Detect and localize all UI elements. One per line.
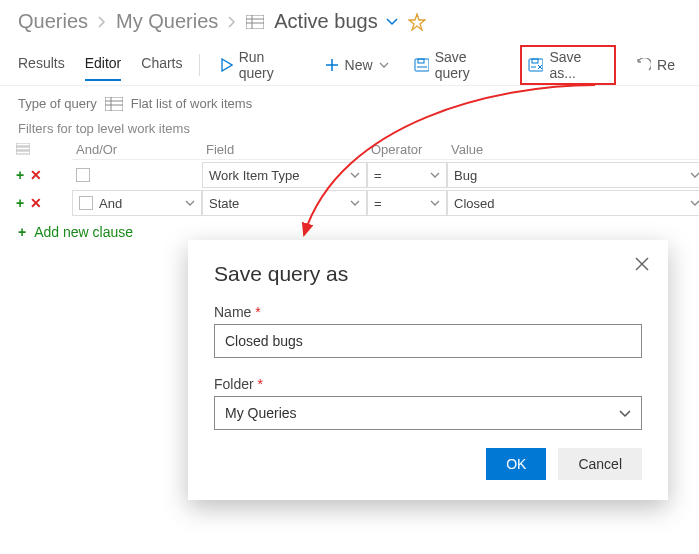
chevron-down-icon[interactable] — [386, 18, 398, 26]
save-query-as-dialog: Save query as Name * Closed bugs Folder … — [188, 240, 668, 500]
row-controls: + ✕ — [12, 167, 72, 183]
chevron-down-icon — [379, 62, 389, 69]
required-icon: * — [258, 376, 263, 392]
type-of-query-row: Type of query Flat list of work items — [0, 86, 699, 117]
field-dropdown[interactable]: State — [202, 190, 367, 216]
save-query-label: Save query — [435, 49, 502, 81]
folder-label: Folder * — [214, 376, 642, 392]
svg-rect-0 — [246, 15, 264, 29]
dialog-title: Save query as — [214, 262, 642, 286]
tab-results[interactable]: Results — [18, 49, 65, 81]
filters-col-operator: Operator — [367, 140, 447, 160]
andor-dropdown[interactable]: And — [72, 190, 202, 216]
svg-rect-10 — [532, 59, 538, 63]
tab-toolbar-row: Results Editor Charts Run query New Save… — [0, 39, 699, 86]
close-icon — [634, 256, 650, 272]
field-dropdown[interactable]: Work Item Type — [202, 162, 367, 188]
row-checkbox[interactable] — [79, 196, 93, 210]
field-value: Work Item Type — [209, 168, 300, 183]
chevron-down-icon — [185, 200, 195, 207]
name-label: Name * — [214, 304, 642, 320]
delete-row-icon[interactable]: ✕ — [30, 195, 42, 211]
chevron-down-icon — [690, 172, 699, 179]
breadcrumb-title-text: Active bugs — [274, 10, 377, 33]
tabs: Results Editor Charts — [18, 49, 183, 81]
plus-icon: + — [18, 224, 26, 240]
svg-rect-17 — [16, 151, 30, 154]
filters-col-field: Field — [202, 140, 367, 160]
flat-list-icon — [105, 97, 123, 111]
field-value: State — [209, 196, 239, 211]
chevron-right-icon — [228, 10, 236, 33]
dialog-buttons: OK Cancel — [214, 448, 642, 480]
value-dropdown[interactable]: Closed — [447, 190, 699, 216]
chevron-down-icon — [350, 200, 360, 207]
separator — [199, 54, 200, 76]
chevron-down-icon — [350, 172, 360, 179]
save-as-label: Save as... — [549, 49, 607, 81]
name-input[interactable]: Closed bugs — [214, 324, 642, 358]
svg-rect-6 — [415, 59, 429, 71]
play-icon — [221, 58, 232, 72]
breadcrumb: Queries My Queries Active bugs — [0, 0, 699, 39]
filters-grid: And/Or Field Operator Value + ✕ Work Ite… — [0, 140, 699, 216]
name-label-text: Name — [214, 304, 251, 320]
value-value: Closed — [454, 196, 494, 211]
plus-icon — [325, 58, 339, 72]
cancel-button[interactable]: Cancel — [558, 448, 642, 480]
filters-heading: Filters for top level work items — [0, 117, 699, 140]
folder-field-group: Folder * My Queries — [214, 376, 642, 430]
andor-value: And — [99, 196, 122, 211]
star-icon[interactable] — [408, 13, 426, 31]
svg-rect-7 — [418, 59, 424, 63]
add-new-clause-label: Add new clause — [34, 224, 133, 240]
new-button[interactable]: New — [319, 53, 395, 77]
breadcrumb-mid[interactable]: My Queries — [116, 10, 218, 33]
add-row-icon[interactable]: + — [16, 167, 24, 183]
tab-charts[interactable]: Charts — [141, 49, 182, 81]
svg-rect-16 — [16, 147, 30, 150]
ok-button[interactable]: OK — [486, 448, 546, 480]
name-input-value: Closed bugs — [225, 333, 303, 349]
type-of-query-value[interactable]: Flat list of work items — [131, 96, 252, 111]
filters-col-blank — [12, 141, 72, 160]
chevron-down-icon — [430, 172, 440, 179]
run-query-label: Run query — [239, 49, 300, 81]
undo-button[interactable]: Re — [629, 53, 681, 77]
save-icon — [414, 58, 429, 72]
breadcrumb-title[interactable]: Active bugs — [274, 10, 397, 33]
andor-cell — [72, 168, 202, 182]
rows-icon — [16, 143, 30, 158]
value-dropdown[interactable]: Bug — [447, 162, 699, 188]
chevron-right-icon — [98, 10, 106, 33]
save-as-button[interactable]: Save as... — [520, 45, 615, 85]
delete-row-icon[interactable]: ✕ — [30, 167, 42, 183]
row-checkbox[interactable] — [76, 168, 90, 182]
folder-dropdown[interactable]: My Queries — [214, 396, 642, 430]
filters-col-value: Value — [447, 140, 699, 160]
folder-value: My Queries — [225, 405, 297, 421]
undo-icon — [635, 58, 651, 72]
operator-value: = — [374, 168, 382, 183]
run-query-button[interactable]: Run query — [215, 45, 305, 85]
close-button[interactable] — [634, 256, 650, 275]
name-field-group: Name * Closed bugs — [214, 304, 642, 358]
chevron-down-icon — [619, 405, 631, 421]
operator-dropdown[interactable]: = — [367, 162, 447, 188]
filters-col-andor: And/Or — [72, 140, 202, 160]
list-icon — [246, 15, 264, 29]
save-query-button[interactable]: Save query — [408, 45, 508, 85]
undo-label: Re — [657, 57, 675, 73]
add-row-icon[interactable]: + — [16, 195, 24, 211]
svg-rect-11 — [105, 97, 123, 111]
value-value: Bug — [454, 168, 477, 183]
folder-label-text: Folder — [214, 376, 254, 392]
operator-dropdown[interactable]: = — [367, 190, 447, 216]
operator-value: = — [374, 196, 382, 211]
svg-rect-15 — [16, 143, 30, 146]
chevron-down-icon — [690, 200, 699, 207]
chevron-down-icon — [430, 200, 440, 207]
tab-editor[interactable]: Editor — [85, 49, 122, 81]
breadcrumb-root[interactable]: Queries — [18, 10, 88, 33]
type-of-query-label: Type of query — [18, 96, 97, 111]
